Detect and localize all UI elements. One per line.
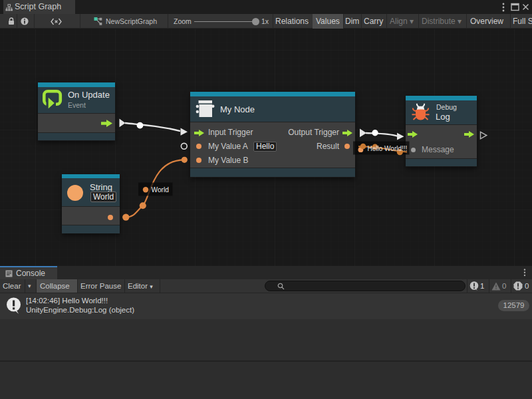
svg-text:World: World	[152, 186, 170, 194]
svg-text:Hello World!!!: Hello World!!!	[368, 145, 408, 152]
